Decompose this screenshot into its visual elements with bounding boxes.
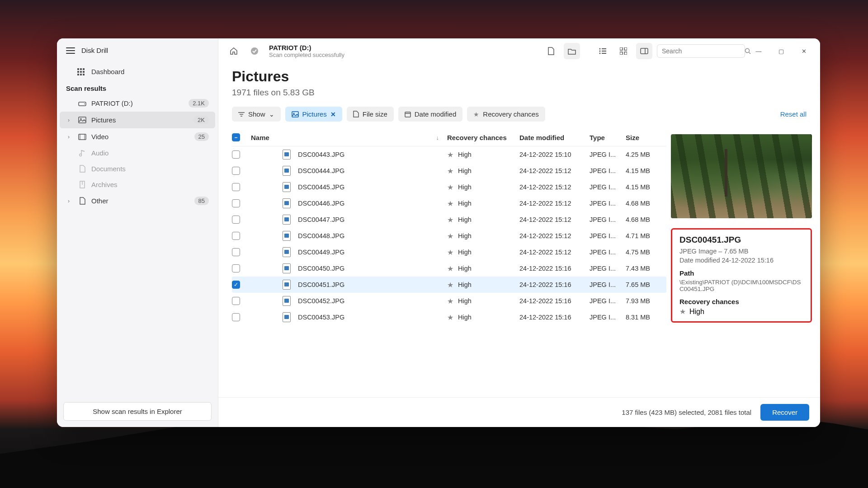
close-button[interactable]: ✕ — [795, 43, 813, 59]
maximize-button[interactable]: ▢ — [772, 43, 790, 59]
recovery-chip[interactable]: ★ Recovery chances — [467, 107, 545, 122]
sidebar-dashboard[interactable]: Dashboard — [57, 63, 218, 80]
archive-icon — [78, 181, 87, 188]
sidebar-section-title: Scan results — [57, 80, 218, 95]
row-checkbox[interactable]: ✓ — [232, 281, 240, 289]
row-checkbox[interactable] — [232, 313, 240, 321]
topbar-title: PATRIOT (D:) — [269, 44, 344, 52]
recover-button[interactable]: Recover — [760, 404, 809, 421]
recovery-value: High — [458, 216, 472, 223]
svg-rect-11 — [79, 117, 86, 123]
svg-rect-0 — [77, 68, 79, 70]
search-box[interactable] — [657, 44, 745, 58]
grid-view-icon[interactable] — [615, 43, 632, 59]
app-window: Disk Drill Dashboard Scan results PATRIO… — [57, 38, 820, 427]
sidebar-drive[interactable]: PATRIOT (D:) 2.1K — [60, 95, 215, 112]
table-row[interactable]: DSC00447.JPG★High24-12-2022 15:12JPEG I.… — [232, 211, 666, 228]
drive-badge: 2.1K — [189, 99, 209, 108]
filter-icon — [238, 112, 245, 117]
col-recovery[interactable]: Recovery chances — [447, 134, 519, 141]
svg-rect-27 — [624, 47, 627, 50]
svg-point-20 — [599, 48, 601, 50]
row-checkbox[interactable] — [232, 216, 240, 224]
file-name: DSC00453.JPG — [298, 314, 344, 321]
type-value: JPEG I... — [590, 216, 626, 223]
panel-view-icon[interactable] — [636, 43, 652, 59]
svg-rect-26 — [620, 47, 623, 50]
preview-thumbnail[interactable] — [671, 134, 812, 218]
reset-all-link[interactable]: Reset all — [780, 110, 807, 118]
count-badge: 25 — [194, 132, 209, 141]
table-row[interactable]: DSC00444.JPG★High24-12-2022 15:12JPEG I.… — [232, 163, 666, 179]
sidebar: Disk Drill Dashboard Scan results PATRIO… — [57, 38, 218, 427]
date-chip[interactable]: Date modified — [398, 107, 463, 122]
file-table: – Name↓ Recovery chances Date modified T… — [232, 129, 666, 397]
table-row[interactable]: DSC00446.JPG★High24-12-2022 15:12JPEG I.… — [232, 195, 666, 211]
table-row[interactable]: DSC00443.JPG★High24-12-2022 15:10JPEG I.… — [232, 146, 666, 163]
sidebar-item-audio[interactable]: Audio — [60, 145, 215, 161]
sidebar-item-label: Documents — [91, 165, 209, 173]
svg-rect-23 — [602, 51, 606, 52]
table-row[interactable]: DSC00445.JPG★High24-12-2022 15:12JPEG I.… — [232, 179, 666, 195]
svg-rect-29 — [624, 52, 627, 55]
sidebar-item-video[interactable]: ›Video25 — [60, 128, 215, 145]
col-name[interactable]: Name — [251, 134, 269, 141]
col-type[interactable]: Type — [590, 134, 626, 141]
row-checkbox[interactable] — [232, 167, 240, 175]
col-date[interactable]: Date modified — [519, 134, 590, 141]
table-row[interactable]: DSC00450.JPG★High24-12-2022 15:16JPEG I.… — [232, 260, 666, 277]
table-row[interactable]: ✓DSC00451.JPG★High24-12-2022 15:16JPEG I… — [232, 277, 666, 293]
row-checkbox[interactable] — [232, 183, 240, 191]
close-icon[interactable]: ✕ — [330, 111, 336, 118]
svg-rect-5 — [83, 71, 85, 73]
recovery-value: High — [458, 297, 472, 305]
file-name: DSC00443.JPG — [298, 151, 344, 158]
folder-icon[interactable] — [564, 43, 580, 59]
show-chip[interactable]: Show ⌄ — [232, 107, 281, 122]
type-value: JPEG I... — [590, 232, 626, 239]
chevron-right-icon — [68, 166, 73, 172]
recovery-value: High — [458, 167, 472, 174]
svg-rect-21 — [602, 48, 606, 49]
recovery-value: High — [458, 200, 472, 207]
table-row[interactable]: DSC00449.JPG★High24-12-2022 15:12JPEG I.… — [232, 244, 666, 260]
home-icon[interactable] — [226, 43, 242, 59]
row-checkbox[interactable] — [232, 248, 240, 256]
date-value: 24-12-2022 15:12 — [519, 216, 590, 223]
detail-path-label: Path — [679, 269, 803, 277]
file-name: DSC00452.JPG — [298, 297, 344, 305]
row-checkbox[interactable] — [232, 199, 240, 207]
row-checkbox[interactable] — [232, 150, 240, 159]
sort-arrow-icon[interactable]: ↓ — [436, 134, 439, 141]
sidebar-item-documents[interactable]: Documents — [60, 161, 215, 177]
sidebar-item-other[interactable]: ›Other85 — [60, 192, 215, 209]
type-value: JPEG I... — [590, 167, 626, 174]
svg-point-12 — [80, 118, 82, 120]
filesize-chip[interactable]: File size — [347, 107, 394, 122]
chevron-right-icon — [68, 182, 73, 188]
audio-icon — [78, 150, 87, 157]
row-checkbox[interactable] — [232, 264, 240, 272]
app-name: Disk Drill — [81, 47, 108, 54]
sidebar-item-archives[interactable]: Archives — [60, 177, 215, 192]
select-all-checkbox[interactable]: – — [232, 133, 240, 141]
list-view-icon[interactable] — [594, 43, 611, 59]
svg-rect-4 — [80, 71, 82, 73]
file-icon[interactable] — [543, 43, 559, 59]
chevron-down-icon: ⌄ — [269, 111, 274, 118]
table-row[interactable]: DSC00448.JPG★High24-12-2022 15:12JPEG I.… — [232, 228, 666, 244]
hamburger-icon[interactable] — [66, 47, 75, 54]
file-name: DSC00447.JPG — [298, 216, 344, 223]
pictures-chip[interactable]: Pictures ✕ — [285, 107, 342, 122]
col-size[interactable]: Size — [626, 134, 666, 141]
search-input[interactable] — [662, 47, 741, 55]
minimize-button[interactable]: — — [750, 43, 768, 59]
show-in-explorer-button[interactable]: Show scan results in Explorer — [63, 402, 212, 421]
recovery-value: High — [458, 232, 472, 239]
row-checkbox[interactable] — [232, 232, 240, 240]
sidebar-item-pictures[interactable]: ›Pictures2K — [60, 112, 215, 128]
table-row[interactable]: DSC00452.JPG★High24-12-2022 15:16JPEG I.… — [232, 293, 666, 309]
table-row[interactable]: DSC00453.JPG★High24-12-2022 15:16JPEG I.… — [232, 309, 666, 325]
row-checkbox[interactable] — [232, 297, 240, 305]
star-icon: ★ — [447, 167, 453, 175]
